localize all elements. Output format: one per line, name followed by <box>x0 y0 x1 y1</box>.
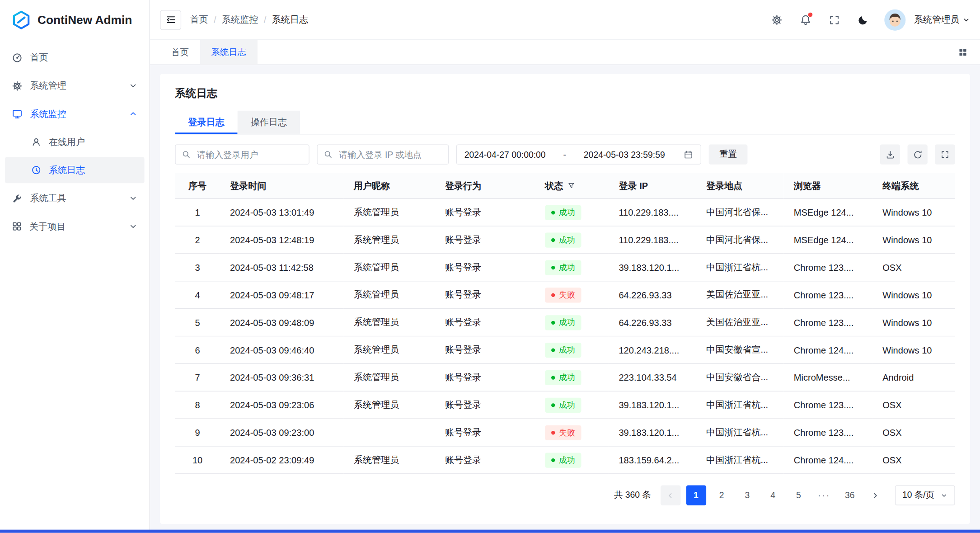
login-user-input[interactable] <box>196 149 303 160</box>
sidebar-item-system-management[interactable]: 系统管理 <box>5 72 144 99</box>
col-time: 登录时间 <box>220 173 344 198</box>
cell-behavior: 账号登录 <box>435 226 535 254</box>
pagination-page-3[interactable]: 3 <box>737 485 757 505</box>
logo-icon <box>11 10 31 30</box>
tab-system-logs[interactable]: 系统日志 <box>200 40 258 65</box>
status-badge: 成功 <box>545 370 581 385</box>
sidebar-item-about-project[interactable]: 关于项目 <box>5 213 144 240</box>
cell-ip: 223.104.33.54 <box>609 363 696 391</box>
reset-button[interactable]: 重置 <box>709 145 748 165</box>
cell-browser: MicroMesse... <box>784 363 872 391</box>
tab-actions-button[interactable] <box>954 47 971 58</box>
cell-status: 成功 <box>535 446 609 474</box>
sidebar-item-label: 首页 <box>30 52 137 63</box>
pagination-ellipsis[interactable]: ··· <box>814 485 834 505</box>
notifications-button[interactable] <box>795 9 815 30</box>
tab-home[interactable]: 首页 <box>160 40 200 65</box>
cell-browser: Chrome 123.... <box>784 419 872 446</box>
app-logo[interactable]: ContiNew Admin <box>0 0 150 40</box>
login-ip-input[interactable] <box>338 149 442 160</box>
sidebar-item-home[interactable]: 首页 <box>5 44 144 71</box>
export-button[interactable] <box>880 145 900 165</box>
breadcrumb-separator: / <box>264 15 267 25</box>
cell-status: 成功 <box>535 363 609 391</box>
status-text: 成功 <box>559 262 575 273</box>
sidebar-item-system-tools[interactable]: 系统工具 <box>5 185 144 211</box>
breadcrumb-home[interactable]: 首页 <box>190 14 208 25</box>
cell-time: 2024-05-03 09:48:09 <box>220 309 344 336</box>
cell-no: 2 <box>175 226 220 254</box>
pagination-page-36[interactable]: 36 <box>840 485 860 505</box>
refresh-button[interactable] <box>908 145 928 165</box>
dark-mode-button[interactable] <box>853 9 872 30</box>
cell-time: 2024-05-03 12:48:19 <box>220 226 344 254</box>
sidebar-item-label: 系统日志 <box>49 164 137 176</box>
sidebar-item-label: 关于项目 <box>29 221 121 232</box>
cell-nickname: 系统管理员 <box>344 309 435 336</box>
cell-no: 9 <box>175 419 220 446</box>
table-row: 8 2024-05-03 09:23:06 系统管理员 账号登录 成功 39.1… <box>175 391 955 419</box>
pagination-page-1[interactable]: 1 <box>686 485 706 505</box>
table-row: 10 2024-05-02 23:09:49 系统管理员 账号登录 成功 183… <box>175 446 955 474</box>
status-dot <box>551 403 555 407</box>
bottom-accent-bar <box>0 530 980 533</box>
refresh-icon <box>913 150 922 159</box>
pagination-next-button[interactable] <box>865 485 885 505</box>
breadcrumb-system-monitor[interactable]: 系统监控 <box>222 14 258 25</box>
status-text: 失败 <box>559 427 575 438</box>
pagination-page-2[interactable]: 2 <box>712 485 731 505</box>
status-text: 成功 <box>559 454 575 466</box>
cell-browser: Chrome 124.... <box>784 336 872 364</box>
cell-ip: 39.183.120.1... <box>609 254 696 281</box>
col-status-label: 状态 <box>545 180 563 192</box>
cell-behavior: 账号登录 <box>435 336 535 364</box>
cell-time: 2024-05-03 09:23:00 <box>220 419 344 446</box>
cell-time: 2024-05-02 23:09:49 <box>220 446 344 474</box>
cell-ip: 110.229.183.... <box>609 226 696 254</box>
date-range-picker[interactable]: 2024-04-27 00:00:00 - 2024-05-03 23:59:5… <box>456 145 701 165</box>
sidebar-item-system-monitor[interactable]: 系统监控 <box>5 101 144 127</box>
cell-no: 10 <box>175 446 220 474</box>
tab-bar: 首页 系统日志 <box>150 40 980 65</box>
tab-login-log[interactable]: 登录日志 <box>175 111 237 134</box>
pagination-page-5[interactable]: 5 <box>788 485 808 505</box>
app-root: ContiNew Admin 首页 <box>0 0 980 533</box>
table-row: 7 2024-05-03 09:36:31 系统管理员 账号登录 成功 223.… <box>175 363 955 391</box>
sidebar-item-system-logs[interactable]: 系统日志 <box>5 157 144 183</box>
cell-os: Android <box>872 363 955 391</box>
pagination-page-4[interactable]: 4 <box>763 485 783 505</box>
sidebar-item-online-users[interactable]: 在线用户 <box>5 129 144 155</box>
table-row: 2 2024-05-03 12:48:19 系统管理员 账号登录 成功 110.… <box>175 226 955 254</box>
date-separator: - <box>559 150 570 160</box>
filter-icon[interactable] <box>567 182 575 190</box>
breadcrumb: 首页 / 系统监控 / 系统日志 <box>190 14 309 25</box>
settings-button[interactable] <box>767 9 787 30</box>
fullscreen-button[interactable] <box>824 9 844 30</box>
breadcrumb-current: 系统日志 <box>272 14 308 25</box>
cell-no: 4 <box>175 281 220 309</box>
page-title: 系统日志 <box>175 86 955 101</box>
status-text: 成功 <box>559 344 575 356</box>
status-badge: 成功 <box>545 205 581 220</box>
cell-browser: MSEdge 124... <box>784 198 872 226</box>
page-size-select[interactable]: 10 条/页 <box>895 485 955 505</box>
cell-location: 中国安徽省合... <box>696 363 784 391</box>
cell-status: 成功 <box>535 309 609 336</box>
col-nickname: 用户昵称 <box>344 173 435 198</box>
table-row: 1 2024-05-03 13:01:49 系统管理员 账号登录 成功 110.… <box>175 198 955 226</box>
cell-behavior: 账号登录 <box>435 419 535 446</box>
cell-os: Windows 10 <box>872 281 955 309</box>
cell-time: 2024-05-03 11:42:58 <box>220 254 344 281</box>
sidebar-item-label: 系统工具 <box>30 192 121 204</box>
avatar[interactable] <box>884 9 905 30</box>
chevron-down-icon <box>941 492 947 499</box>
cell-browser: Chrome 124.... <box>784 446 872 474</box>
login-user-search <box>175 145 309 165</box>
cell-browser: Chrome 123.... <box>784 254 872 281</box>
cell-behavior: 账号登录 <box>435 363 535 391</box>
table-fullscreen-button[interactable] <box>935 145 955 165</box>
sidebar-collapse-button[interactable] <box>160 9 181 29</box>
user-menu[interactable]: 系统管理员 <box>914 14 970 25</box>
pagination-prev-button[interactable] <box>661 485 680 505</box>
tab-operation-log[interactable]: 操作日志 <box>238 111 300 134</box>
